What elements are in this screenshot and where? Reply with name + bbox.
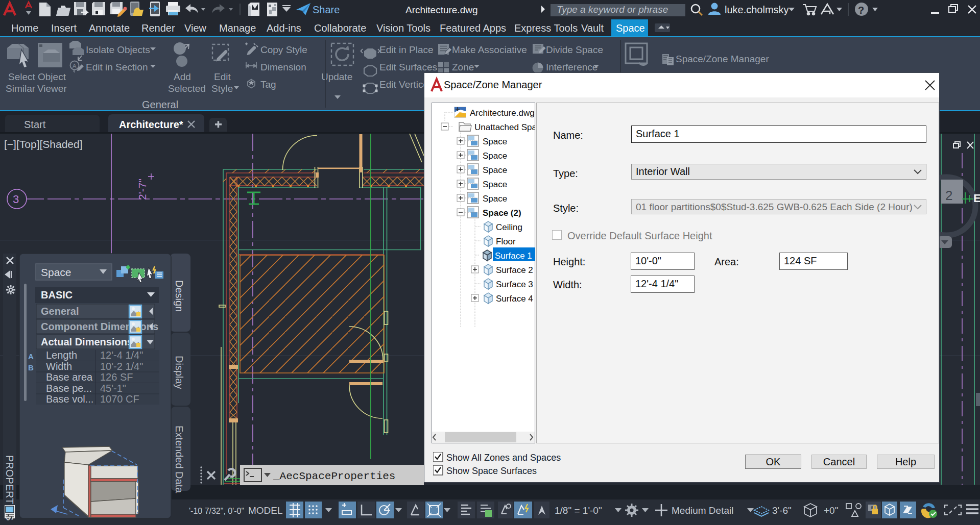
svg-text:Base area: Base area: [46, 371, 93, 383]
svg-text:Ceiling: Ceiling: [496, 222, 522, 232]
svg-text:Render: Render: [141, 22, 175, 34]
svg-text:Base pe...: Base pe...: [46, 383, 92, 394]
svg-text:Viewer: Viewer: [37, 83, 67, 94]
svg-text:Add-ins: Add-ins: [267, 22, 301, 34]
svg-text:Base vol...: Base vol...: [46, 393, 93, 405]
svg-text:E: E: [973, 192, 980, 205]
svg-text:Width: Width: [46, 361, 72, 372]
svg-text:45'-1": 45'-1": [100, 383, 126, 394]
svg-text:Display: Display: [174, 356, 185, 389]
svg-text:General: General: [41, 306, 79, 317]
svg-text:Medium Detail: Medium Detail: [672, 505, 733, 516]
svg-text:Space: Space: [483, 180, 507, 189]
svg-text:Surface 1: Surface 1: [495, 251, 532, 261]
svg-text:Space: Space: [483, 165, 507, 175]
svg-text:2'-7": 2'-7": [136, 179, 148, 200]
svg-text:Space: Space: [483, 194, 507, 204]
svg-text:Selected: Selected: [168, 83, 206, 94]
svg-text:Edit: Edit: [214, 71, 231, 82]
svg-text:A: A: [73, 63, 77, 69]
svg-text:Update: Update: [321, 71, 352, 82]
svg-text:'-10 7/32", 0'-0": '-10 7/32", 0'-0": [189, 507, 244, 515]
svg-text:Space: Space: [483, 151, 507, 161]
svg-text:Divide Space: Divide Space: [546, 44, 603, 55]
svg-text:Surface 2: Surface 2: [496, 265, 533, 275]
svg-text:2: 2: [945, 188, 952, 203]
svg-text:3: 3: [13, 193, 19, 206]
svg-text:Copy Style: Copy Style: [260, 44, 307, 55]
svg-text:3'-6": 3'-6": [772, 505, 792, 516]
svg-text:B: B: [28, 363, 34, 372]
svg-text:Insert: Insert: [51, 22, 77, 34]
svg-text:Space: Space: [41, 266, 71, 278]
svg-text:Select: Select: [8, 71, 36, 82]
svg-text:Architecture*: Architecture*: [119, 119, 183, 130]
svg-text:Type a keyword or phrase: Type a keyword or phrase: [557, 4, 668, 15]
svg-text:Length: Length: [46, 349, 77, 361]
svg-text:Edit in Place: Edit in Place: [379, 44, 434, 55]
svg-text:+0": +0": [824, 505, 838, 516]
svg-text:Vault: Vault: [581, 22, 604, 34]
svg-text:Similar: Similar: [6, 83, 36, 94]
svg-text:Extended Data: Extended Data: [174, 426, 185, 493]
svg-text:_AecSpaceProperties: _AecSpaceProperties: [273, 470, 395, 482]
svg-text:General: General: [142, 99, 178, 110]
svg-text:Isolate Objects: Isolate Objects: [86, 44, 150, 55]
svg-text:Space/Zone Manager: Space/Zone Manager: [676, 54, 769, 64]
svg-text:Share: Share: [313, 4, 340, 15]
svg-text:Dimension: Dimension: [260, 62, 306, 72]
svg-text:Space: Space: [483, 137, 507, 146]
svg-text:Space: Space: [616, 22, 645, 34]
svg-text:Architecture.dwg: Architecture.dwg: [405, 5, 478, 15]
svg-text:Style: Style: [211, 83, 233, 94]
svg-text:Zone: Zone: [452, 62, 474, 72]
svg-text:Unattached Spaces: Unattached Spaces: [474, 122, 535, 132]
svg-text:Tag: Tag: [260, 79, 276, 90]
svg-text:Home: Home: [11, 22, 38, 34]
svg-text:10'-2 1/4": 10'-2 1/4": [100, 361, 143, 372]
svg-text:Actual Dimensions: Actual Dimensions: [41, 336, 133, 347]
svg-text:Featured Apps: Featured Apps: [440, 22, 506, 34]
svg-text:luke.cholmsky: luke.cholmsky: [725, 4, 789, 15]
svg-text:Edit in Section: Edit in Section: [86, 62, 148, 72]
svg-text:Vision Tools: Vision Tools: [376, 22, 431, 34]
svg-text:1070 CF: 1070 CF: [100, 393, 139, 405]
svg-text:Surface 4: Surface 4: [496, 294, 533, 304]
svg-text:MODEL: MODEL: [248, 505, 283, 516]
svg-text:Design: Design: [174, 280, 185, 312]
svg-text:Express Tools: Express Tools: [514, 22, 578, 34]
svg-text:1/8" = 1'-0": 1/8" = 1'-0": [555, 505, 602, 516]
svg-text:Collaborate: Collaborate: [314, 22, 366, 34]
svg-text:A: A: [28, 352, 34, 361]
svg-text:[−][Top][Shaded]: [−][Top][Shaded]: [4, 138, 83, 150]
svg-text:View: View: [184, 22, 207, 34]
svg-text:Architecture.dwg: Architecture.dwg: [470, 108, 535, 118]
svg-text:Make Associative: Make Associative: [452, 44, 527, 55]
svg-text:?: ?: [858, 5, 864, 16]
svg-text:Interference: Interference: [546, 62, 597, 72]
svg-text:Space (2): Space (2): [483, 208, 521, 218]
svg-text:12'-4 1/4": 12'-4 1/4": [100, 349, 143, 361]
svg-text:BASIC: BASIC: [41, 289, 73, 301]
svg-text:126 SF: 126 SF: [100, 371, 133, 383]
svg-text:Manage: Manage: [219, 22, 256, 34]
svg-text:Floor: Floor: [496, 237, 516, 246]
svg-text:Surface 3: Surface 3: [496, 280, 533, 289]
svg-text:Add: Add: [174, 71, 191, 82]
svg-text:Edit Surfaces: Edit Surfaces: [379, 62, 437, 72]
svg-text:Object: Object: [38, 71, 66, 82]
svg-text:Start: Start: [24, 119, 46, 130]
svg-text:Annotate: Annotate: [89, 22, 130, 34]
